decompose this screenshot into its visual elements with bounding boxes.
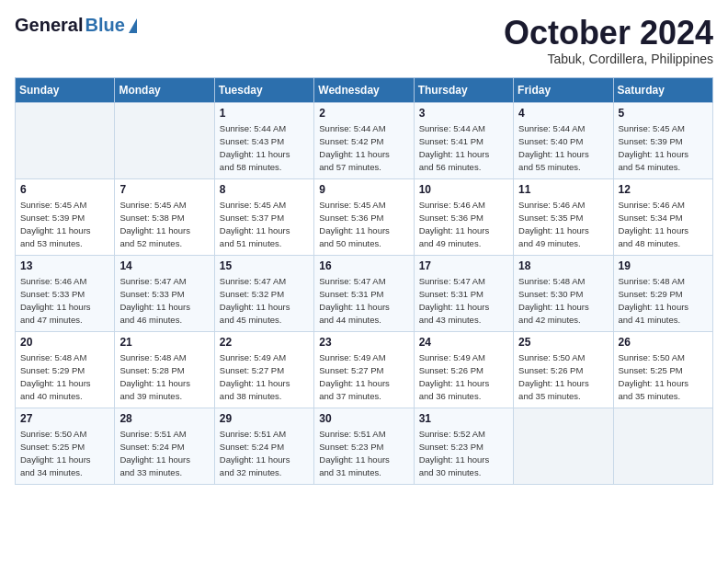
location-subtitle: Tabuk, Cordillera, Philippines — [504, 52, 713, 66]
day-info: Sunrise: 5:44 AM Sunset: 5:43 PM Dayligh… — [220, 122, 309, 175]
day-info: Sunrise: 5:45 AM Sunset: 5:39 PM Dayligh… — [619, 122, 708, 175]
day-number: 25 — [518, 336, 608, 349]
calendar-cell: 26Sunrise: 5:50 AM Sunset: 5:25 PM Dayli… — [613, 331, 712, 408]
day-number: 9 — [319, 183, 408, 196]
calendar-cell: 21Sunrise: 5:48 AM Sunset: 5:28 PM Dayli… — [115, 331, 214, 408]
day-number: 29 — [220, 412, 309, 425]
day-number: 24 — [419, 336, 508, 349]
day-info: Sunrise: 5:45 AM Sunset: 5:37 PM Dayligh… — [220, 199, 309, 251]
calendar-week-row: 13Sunrise: 5:46 AM Sunset: 5:33 PM Dayli… — [16, 255, 713, 331]
calendar-header-friday: Friday — [514, 77, 613, 102]
day-info: Sunrise: 5:48 AM Sunset: 5:29 PM Dayligh… — [619, 275, 708, 327]
day-info: Sunrise: 5:46 AM Sunset: 5:35 PM Dayligh… — [518, 199, 608, 251]
day-number: 4 — [518, 107, 608, 120]
calendar-week-row: 27Sunrise: 5:50 AM Sunset: 5:25 PM Dayli… — [16, 408, 713, 484]
calendar-cell: 28Sunrise: 5:51 AM Sunset: 5:24 PM Dayli… — [115, 408, 214, 484]
month-title: October 2024 — [504, 15, 713, 52]
day-info: Sunrise: 5:50 AM Sunset: 5:26 PM Dayligh… — [518, 351, 608, 404]
day-number: 14 — [119, 259, 209, 272]
calendar-cell: 3Sunrise: 5:44 AM Sunset: 5:41 PM Daylig… — [414, 102, 513, 178]
calendar-header-saturday: Saturday — [613, 77, 712, 102]
calendar-table: SundayMondayTuesdayWednesdayThursdayFrid… — [15, 77, 713, 485]
day-info: Sunrise: 5:48 AM Sunset: 5:29 PM Dayligh… — [20, 351, 109, 404]
calendar-cell: 19Sunrise: 5:48 AM Sunset: 5:29 PM Dayli… — [613, 255, 712, 331]
day-info: Sunrise: 5:51 AM Sunset: 5:24 PM Dayligh… — [119, 428, 209, 480]
calendar-cell: 12Sunrise: 5:46 AM Sunset: 5:34 PM Dayli… — [613, 178, 712, 255]
calendar-cell: 29Sunrise: 5:51 AM Sunset: 5:24 PM Dayli… — [214, 408, 313, 484]
calendar-header-monday: Monday — [115, 77, 214, 102]
day-number: 27 — [20, 412, 109, 425]
calendar-cell: 13Sunrise: 5:46 AM Sunset: 5:33 PM Dayli… — [16, 255, 115, 331]
day-number: 18 — [518, 259, 608, 272]
calendar-cell: 7Sunrise: 5:45 AM Sunset: 5:38 PM Daylig… — [115, 178, 214, 255]
day-info: Sunrise: 5:51 AM Sunset: 5:24 PM Dayligh… — [220, 428, 309, 480]
calendar-cell: 18Sunrise: 5:48 AM Sunset: 5:30 PM Dayli… — [514, 255, 613, 331]
calendar-cell: 31Sunrise: 5:52 AM Sunset: 5:23 PM Dayli… — [414, 408, 513, 484]
day-number: 11 — [518, 183, 608, 196]
day-number: 22 — [220, 336, 309, 349]
day-number: 21 — [119, 336, 209, 349]
day-info: Sunrise: 5:47 AM Sunset: 5:31 PM Dayligh… — [419, 275, 508, 327]
calendar-cell — [115, 102, 214, 178]
day-info: Sunrise: 5:49 AM Sunset: 5:26 PM Dayligh… — [419, 351, 508, 404]
day-number: 16 — [319, 259, 408, 272]
calendar-week-row: 6Sunrise: 5:45 AM Sunset: 5:39 PM Daylig… — [16, 178, 713, 255]
calendar-cell: 20Sunrise: 5:48 AM Sunset: 5:29 PM Dayli… — [16, 331, 115, 408]
day-info: Sunrise: 5:47 AM Sunset: 5:33 PM Dayligh… — [119, 275, 209, 327]
day-info: Sunrise: 5:44 AM Sunset: 5:42 PM Dayligh… — [319, 122, 408, 175]
calendar-cell: 2Sunrise: 5:44 AM Sunset: 5:42 PM Daylig… — [314, 102, 414, 178]
calendar-header-row: SundayMondayTuesdayWednesdayThursdayFrid… — [16, 77, 713, 102]
day-number: 3 — [419, 107, 508, 120]
calendar-cell: 10Sunrise: 5:46 AM Sunset: 5:36 PM Dayli… — [414, 178, 513, 255]
calendar-cell: 8Sunrise: 5:45 AM Sunset: 5:37 PM Daylig… — [214, 178, 313, 255]
logo: General Blue — [15, 15, 137, 36]
title-block: October 2024 Tabuk, Cordillera, Philippi… — [504, 15, 713, 66]
day-info: Sunrise: 5:45 AM Sunset: 5:36 PM Dayligh… — [319, 199, 408, 251]
day-number: 10 — [419, 183, 508, 196]
day-number: 31 — [419, 412, 508, 425]
day-info: Sunrise: 5:45 AM Sunset: 5:38 PM Dayligh… — [119, 199, 209, 251]
day-info: Sunrise: 5:46 AM Sunset: 5:33 PM Dayligh… — [20, 275, 109, 327]
day-info: Sunrise: 5:47 AM Sunset: 5:31 PM Dayligh… — [319, 275, 408, 327]
day-number: 5 — [619, 107, 708, 120]
day-number: 15 — [220, 259, 309, 272]
calendar-cell: 30Sunrise: 5:51 AM Sunset: 5:23 PM Dayli… — [314, 408, 414, 484]
day-number: 23 — [319, 336, 408, 349]
calendar-cell: 15Sunrise: 5:47 AM Sunset: 5:32 PM Dayli… — [214, 255, 313, 331]
day-info: Sunrise: 5:44 AM Sunset: 5:41 PM Dayligh… — [419, 122, 508, 175]
day-number: 13 — [20, 259, 109, 272]
day-info: Sunrise: 5:45 AM Sunset: 5:39 PM Dayligh… — [20, 199, 109, 251]
calendar-header-thursday: Thursday — [414, 77, 513, 102]
day-number: 30 — [319, 412, 408, 425]
day-number: 28 — [119, 412, 209, 425]
day-info: Sunrise: 5:50 AM Sunset: 5:25 PM Dayligh… — [619, 351, 708, 404]
day-number: 12 — [619, 183, 708, 196]
calendar-cell: 17Sunrise: 5:47 AM Sunset: 5:31 PM Dayli… — [414, 255, 513, 331]
day-info: Sunrise: 5:50 AM Sunset: 5:25 PM Dayligh… — [20, 428, 109, 480]
calendar-cell: 22Sunrise: 5:49 AM Sunset: 5:27 PM Dayli… — [214, 331, 313, 408]
day-number: 7 — [119, 183, 209, 196]
day-number: 1 — [220, 107, 309, 120]
day-number: 6 — [20, 183, 109, 196]
day-info: Sunrise: 5:52 AM Sunset: 5:23 PM Dayligh… — [419, 428, 508, 480]
day-info: Sunrise: 5:49 AM Sunset: 5:27 PM Dayligh… — [220, 351, 309, 404]
calendar-cell: 9Sunrise: 5:45 AM Sunset: 5:36 PM Daylig… — [314, 178, 414, 255]
logo-blue-text: Blue — [85, 15, 124, 36]
calendar-cell: 23Sunrise: 5:49 AM Sunset: 5:27 PM Dayli… — [314, 331, 414, 408]
page-header: General Blue October 2024 Tabuk, Cordill… — [15, 15, 713, 66]
calendar-cell: 4Sunrise: 5:44 AM Sunset: 5:40 PM Daylig… — [514, 102, 613, 178]
calendar-cell: 25Sunrise: 5:50 AM Sunset: 5:26 PM Dayli… — [514, 331, 613, 408]
day-number: 8 — [220, 183, 309, 196]
calendar-header-tuesday: Tuesday — [214, 77, 313, 102]
calendar-week-row: 20Sunrise: 5:48 AM Sunset: 5:29 PM Dayli… — [16, 331, 713, 408]
calendar-cell: 27Sunrise: 5:50 AM Sunset: 5:25 PM Dayli… — [16, 408, 115, 484]
calendar-cell: 1Sunrise: 5:44 AM Sunset: 5:43 PM Daylig… — [214, 102, 313, 178]
calendar-cell: 16Sunrise: 5:47 AM Sunset: 5:31 PM Dayli… — [314, 255, 414, 331]
calendar-cell: 14Sunrise: 5:47 AM Sunset: 5:33 PM Dayli… — [115, 255, 214, 331]
day-info: Sunrise: 5:46 AM Sunset: 5:36 PM Dayligh… — [419, 199, 508, 251]
calendar-header-wednesday: Wednesday — [314, 77, 414, 102]
day-info: Sunrise: 5:51 AM Sunset: 5:23 PM Dayligh… — [319, 428, 408, 480]
day-number: 19 — [619, 259, 708, 272]
day-number: 2 — [319, 107, 408, 120]
day-info: Sunrise: 5:44 AM Sunset: 5:40 PM Dayligh… — [518, 122, 608, 175]
